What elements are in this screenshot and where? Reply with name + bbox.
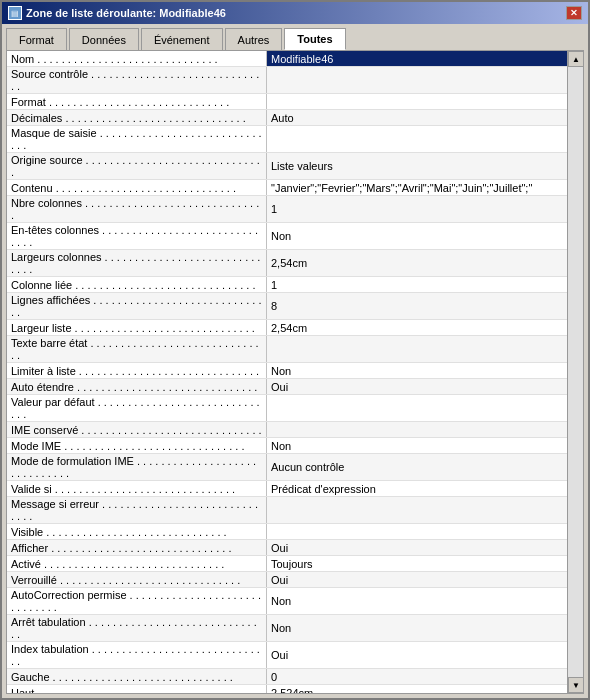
table-row: Largeur liste . . . . . . . . . . . . . … bbox=[7, 320, 567, 336]
titlebar-left: ▤ Zone de liste déroulante: Modifiable46 bbox=[8, 6, 226, 20]
prop-value: Non bbox=[267, 363, 567, 378]
window-icon: ▤ bbox=[8, 6, 22, 20]
table-row: IME conservé . . . . . . . . . . . . . .… bbox=[7, 422, 567, 438]
window: ▤ Zone de liste déroulante: Modifiable46… bbox=[0, 0, 590, 700]
prop-label: Format . . . . . . . . . . . . . . . . .… bbox=[7, 94, 267, 109]
table-row: Index tabulation . . . . . . . . . . . .… bbox=[7, 642, 567, 669]
table-row: Auto étendre . . . . . . . . . . . . . .… bbox=[7, 379, 567, 395]
prop-label: Limiter à liste . . . . . . . . . . . . … bbox=[7, 363, 267, 378]
table-row: Arrêt tabulation . . . . . . . . . . . .… bbox=[7, 615, 567, 642]
table-row: Format . . . . . . . . . . . . . . . . .… bbox=[7, 94, 567, 110]
prop-label: Verrouillé . . . . . . . . . . . . . . .… bbox=[7, 572, 267, 587]
tab-format[interactable]: Format bbox=[6, 28, 67, 50]
prop-value: Oui bbox=[267, 642, 567, 668]
close-button[interactable]: ✕ bbox=[566, 6, 582, 20]
prop-value bbox=[267, 524, 567, 539]
table-row: Visible . . . . . . . . . . . . . . . . … bbox=[7, 524, 567, 540]
table-row: Décimales . . . . . . . . . . . . . . . … bbox=[7, 110, 567, 126]
prop-value: "Janvier";"Fevrier";"Mars";"Avril";"Mai"… bbox=[267, 180, 567, 195]
prop-value: 2,524cm bbox=[267, 685, 567, 693]
prop-value: Toujours bbox=[267, 556, 567, 571]
prop-value bbox=[267, 67, 567, 93]
prop-value bbox=[267, 94, 567, 109]
prop-value bbox=[267, 497, 567, 523]
table-row: Afficher . . . . . . . . . . . . . . . .… bbox=[7, 540, 567, 556]
prop-label: Largeurs colonnes . . . . . . . . . . . … bbox=[7, 250, 267, 276]
prop-value[interactable]: Modifiable46 bbox=[267, 51, 567, 66]
prop-label: Afficher . . . . . . . . . . . . . . . .… bbox=[7, 540, 267, 555]
table-row: Mode IME . . . . . . . . . . . . . . . .… bbox=[7, 438, 567, 454]
prop-value bbox=[267, 395, 567, 421]
scroll-down-button[interactable]: ▼ bbox=[568, 677, 583, 693]
prop-label: Texte barre état . . . . . . . . . . . .… bbox=[7, 336, 267, 362]
table-row: AutoCorrection permise . . . . . . . . .… bbox=[7, 588, 567, 615]
table-row: Origine source . . . . . . . . . . . . .… bbox=[7, 153, 567, 180]
prop-value: 1 bbox=[267, 196, 567, 222]
inner-content: Nom . . . . . . . . . . . . . . . . . . … bbox=[7, 51, 583, 693]
prop-value: 2,54cm bbox=[267, 250, 567, 276]
tab-donnees[interactable]: Données bbox=[69, 28, 139, 50]
table-row: Texte barre état . . . . . . . . . . . .… bbox=[7, 336, 567, 363]
prop-label: Activé . . . . . . . . . . . . . . . . .… bbox=[7, 556, 267, 571]
table-row: Nbre colonnes . . . . . . . . . . . . . … bbox=[7, 196, 567, 223]
prop-label: Haut . . . . . . . . . . . . . . . . . .… bbox=[7, 685, 267, 693]
tab-toutes[interactable]: Toutes bbox=[284, 28, 345, 50]
prop-value: 1 bbox=[267, 277, 567, 292]
table-row: Colonne liée . . . . . . . . . . . . . .… bbox=[7, 277, 567, 293]
prop-value: Non bbox=[267, 223, 567, 249]
prop-label: Nom . . . . . . . . . . . . . . . . . . … bbox=[7, 51, 267, 66]
table-row: Verrouillé . . . . . . . . . . . . . . .… bbox=[7, 572, 567, 588]
prop-label: Largeur liste . . . . . . . . . . . . . … bbox=[7, 320, 267, 335]
scroll-up-button[interactable]: ▲ bbox=[568, 51, 583, 67]
prop-label: Valeur par défaut . . . . . . . . . . . … bbox=[7, 395, 267, 421]
tabs-bar: Format Données Événement Autres Toutes bbox=[2, 24, 588, 50]
titlebar: ▤ Zone de liste déroulante: Modifiable46… bbox=[2, 2, 588, 24]
table-row: Limiter à liste . . . . . . . . . . . . … bbox=[7, 363, 567, 379]
prop-value: Liste valeurs bbox=[267, 153, 567, 179]
prop-value: Aucun contrôle bbox=[267, 454, 567, 480]
prop-value: Non bbox=[267, 438, 567, 453]
prop-label: Contenu . . . . . . . . . . . . . . . . … bbox=[7, 180, 267, 195]
prop-value: Prédicat d'expression bbox=[267, 481, 567, 496]
prop-label: Mode IME . . . . . . . . . . . . . . . .… bbox=[7, 438, 267, 453]
table-row: Gauche . . . . . . . . . . . . . . . . .… bbox=[7, 669, 567, 685]
prop-label: Gauche . . . . . . . . . . . . . . . . .… bbox=[7, 669, 267, 684]
table-row: Mode de formulation IME . . . . . . . . … bbox=[7, 454, 567, 481]
prop-value bbox=[267, 422, 567, 437]
prop-label: Message si erreur . . . . . . . . . . . … bbox=[7, 497, 267, 523]
prop-label: Origine source . . . . . . . . . . . . .… bbox=[7, 153, 267, 179]
table-row: En-têtes colonnes . . . . . . . . . . . … bbox=[7, 223, 567, 250]
prop-value bbox=[267, 126, 567, 152]
prop-value: 2,54cm bbox=[267, 320, 567, 335]
table-row: Activé . . . . . . . . . . . . . . . . .… bbox=[7, 556, 567, 572]
table-row: Valeur par défaut . . . . . . . . . . . … bbox=[7, 395, 567, 422]
tab-autres[interactable]: Autres bbox=[225, 28, 283, 50]
table-row: Nom . . . . . . . . . . . . . . . . . . … bbox=[7, 51, 567, 67]
prop-label: Lignes affichées . . . . . . . . . . . .… bbox=[7, 293, 267, 319]
prop-label: Colonne liée . . . . . . . . . . . . . .… bbox=[7, 277, 267, 292]
prop-label: IME conservé . . . . . . . . . . . . . .… bbox=[7, 422, 267, 437]
window-title: Zone de liste déroulante: Modifiable46 bbox=[26, 7, 226, 19]
scroll-track bbox=[568, 67, 583, 677]
prop-label: Auto étendre . . . . . . . . . . . . . .… bbox=[7, 379, 267, 394]
prop-value bbox=[267, 336, 567, 362]
prop-value: Oui bbox=[267, 572, 567, 587]
prop-label: Valide si . . . . . . . . . . . . . . . … bbox=[7, 481, 267, 496]
properties-table[interactable]: Nom . . . . . . . . . . . . . . . . . . … bbox=[7, 51, 567, 693]
prop-value: Non bbox=[267, 588, 567, 614]
prop-label: Nbre colonnes . . . . . . . . . . . . . … bbox=[7, 196, 267, 222]
table-row: Largeurs colonnes . . . . . . . . . . . … bbox=[7, 250, 567, 277]
prop-label: Décimales . . . . . . . . . . . . . . . … bbox=[7, 110, 267, 125]
prop-value: Auto bbox=[267, 110, 567, 125]
table-row: Source contrôle . . . . . . . . . . . . … bbox=[7, 67, 567, 94]
table-row: Lignes affichées . . . . . . . . . . . .… bbox=[7, 293, 567, 320]
prop-label: Source contrôle . . . . . . . . . . . . … bbox=[7, 67, 267, 93]
table-row: Masque de saisie . . . . . . . . . . . .… bbox=[7, 126, 567, 153]
prop-value: Oui bbox=[267, 379, 567, 394]
prop-label: Index tabulation . . . . . . . . . . . .… bbox=[7, 642, 267, 668]
tab-evenement[interactable]: Événement bbox=[141, 28, 223, 50]
prop-value: 0 bbox=[267, 669, 567, 684]
prop-label: AutoCorrection permise . . . . . . . . .… bbox=[7, 588, 267, 614]
scrollbar[interactable]: ▲ ▼ bbox=[567, 51, 583, 693]
table-row: Contenu . . . . . . . . . . . . . . . . … bbox=[7, 180, 567, 196]
